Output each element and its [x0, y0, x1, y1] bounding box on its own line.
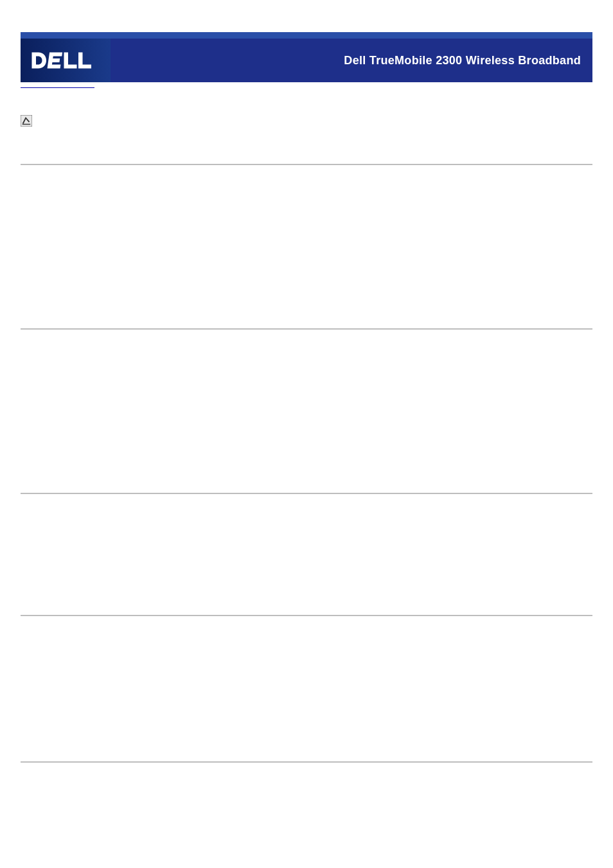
- banner-top-strip: [21, 32, 592, 39]
- section-divider: [21, 761, 592, 763]
- banner-main: Dell TrueMobile 2300 Wireless Broadband: [21, 39, 592, 82]
- link-underline: [21, 87, 94, 88]
- banner-title-area: Dell TrueMobile 2300 Wireless Broadband: [111, 39, 592, 82]
- banner-title: Dell TrueMobile 2300 Wireless Broadband: [344, 54, 581, 67]
- note-row: [21, 114, 592, 127]
- dell-logo-area: [21, 39, 111, 82]
- banner: Dell TrueMobile 2300 Wireless Broadband: [21, 32, 592, 82]
- note-icon: [21, 115, 32, 127]
- section-spacer: [21, 616, 592, 724]
- section-spacer: [21, 165, 592, 291]
- svg-rect-0: [21, 115, 32, 127]
- section-spacer: [21, 494, 592, 578]
- document-page: Dell TrueMobile 2300 Wireless Broadband: [0, 0, 613, 788]
- section-spacer: [21, 330, 592, 456]
- dell-logo-icon: [30, 44, 101, 76]
